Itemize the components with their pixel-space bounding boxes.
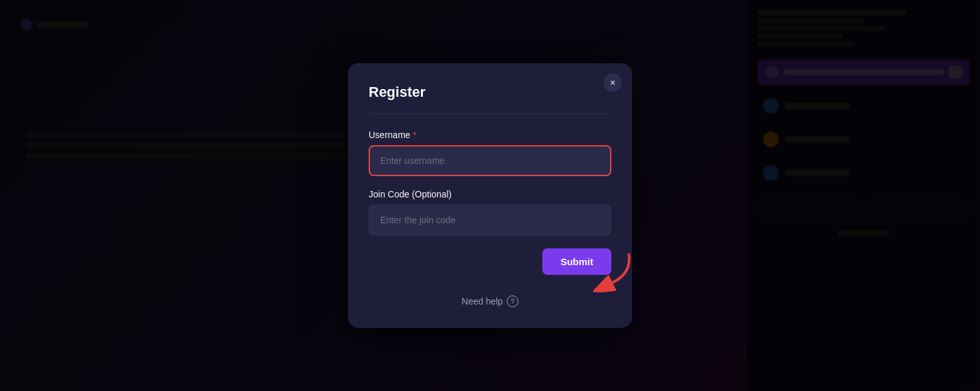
username-group: Username *: [369, 130, 611, 176]
modal-divider: [369, 114, 611, 114]
arrow-indicator: [593, 247, 638, 292]
submit-row: Submit: [369, 248, 611, 280]
required-marker: *: [411, 130, 416, 140]
username-label: Username *: [369, 130, 611, 140]
close-button[interactable]: ×: [604, 74, 622, 92]
need-help-text: Need help: [462, 296, 503, 306]
need-help-row: Need help ?: [369, 296, 611, 307]
register-modal: × Register Username * Join Code (Optiona…: [348, 63, 632, 328]
joincode-input[interactable]: [369, 205, 611, 236]
help-icon[interactable]: ?: [507, 296, 518, 307]
username-input[interactable]: [369, 145, 611, 176]
joincode-label: Join Code (Optional): [369, 189, 611, 199]
modal-title: Register: [369, 84, 611, 101]
joincode-group: Join Code (Optional): [369, 189, 611, 236]
